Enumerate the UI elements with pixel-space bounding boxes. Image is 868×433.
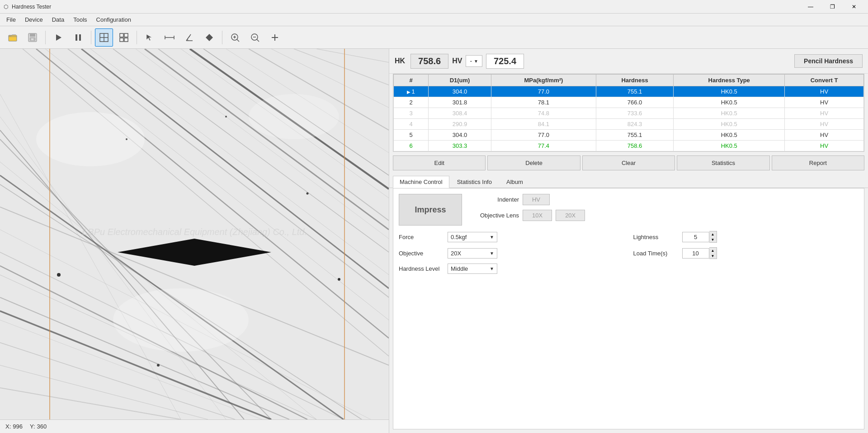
measure-h-button[interactable]: [160, 28, 179, 47]
tabs-bar: Machine Control Statistics Info Album: [389, 174, 868, 188]
cell-id: 3: [394, 108, 429, 119]
separator-4: [222, 31, 222, 44]
objective-lens-label: Objective Lens: [478, 212, 519, 219]
report-button[interactable]: Report: [772, 155, 864, 170]
objective-dropdown[interactable]: 20X ▼: [448, 248, 497, 259]
pause-button[interactable]: [69, 28, 87, 47]
impress-area: Impress Indenter HV Objective Lens 10X 2…: [399, 194, 859, 226]
tab-machine-control[interactable]: Machine Control: [393, 176, 449, 188]
zoom-out-button[interactable]: [246, 28, 264, 47]
load-time-up-button[interactable]: ▲: [709, 248, 717, 253]
clear-button[interactable]: Clear: [582, 155, 675, 170]
svg-point-69: [36, 112, 145, 166]
cursor-button[interactable]: [141, 28, 159, 47]
load-time-input[interactable]: [682, 248, 709, 259]
table-row[interactable]: 4 290.9 84.1 824.3 HK0.5 HV: [394, 119, 864, 130]
table-row[interactable]: 3 308.4 74.8 733.6 HK0.5 HV: [394, 108, 864, 119]
lightness-input[interactable]: [682, 232, 709, 242]
svg-point-74: [338, 278, 340, 281]
save-button[interactable]: [24, 28, 42, 47]
open-button[interactable]: [4, 28, 22, 47]
svg-rect-12: [124, 33, 128, 37]
right-panel: HK 758.6 HV - ▼ 725.4 Pencil Hardness # …: [389, 49, 868, 433]
app-icon: ⬡: [4, 4, 8, 10]
tab-album[interactable]: Album: [500, 176, 530, 188]
table-row[interactable]: 2 301.8 78.1 766.0 HK0.5 HV: [394, 97, 864, 108]
svg-marker-15: [146, 34, 152, 41]
cell-id: 2: [394, 97, 429, 108]
svg-rect-7: [79, 34, 81, 41]
zoom-add-button[interactable]: [266, 28, 284, 47]
cell-mpa: 78.1: [491, 97, 596, 108]
force-dropdown[interactable]: 0.5kgf ▼: [448, 232, 497, 242]
svg-point-73: [57, 273, 61, 277]
measure-angle-button[interactable]: [180, 28, 198, 47]
table-row[interactable]: 6 303.3 77.4 758.6 HK0.5 HV: [394, 141, 864, 151]
cell-d1: 290.9: [429, 119, 491, 130]
hv-dropdown[interactable]: - ▼: [466, 55, 482, 67]
impress-button[interactable]: Impress: [399, 194, 462, 226]
cell-mpa: 84.1: [491, 119, 596, 130]
play-button[interactable]: [49, 28, 67, 47]
svg-rect-14: [124, 38, 128, 42]
lightness-down-button[interactable]: ▼: [709, 237, 717, 242]
pencil-hardness-button[interactable]: Pencil Hardness: [794, 54, 863, 68]
zoom-in-button[interactable]: [226, 28, 244, 47]
svg-marker-5: [56, 34, 61, 41]
menu-data[interactable]: Data: [47, 14, 69, 26]
svg-point-71: [113, 288, 249, 352]
menu-tools[interactable]: Tools: [69, 14, 91, 26]
cell-convert-t: HV: [785, 108, 864, 119]
restore-button[interactable]: ❐: [822, 0, 843, 14]
select-cross-button[interactable]: [95, 28, 113, 47]
lens-20x-button[interactable]: 20X: [556, 210, 585, 221]
svg-point-75: [126, 138, 127, 140]
lens-10x-button[interactable]: 10X: [523, 210, 552, 221]
load-time-spinner: ▲ ▼: [682, 247, 717, 259]
col-header-d1: D1(um): [429, 75, 491, 86]
delete-button[interactable]: Delete: [487, 155, 580, 170]
menu-file[interactable]: File: [2, 14, 20, 26]
col-header-convert: Convert T: [785, 75, 864, 86]
cell-hardness-type: HK0.5: [674, 86, 785, 97]
load-time-down-button[interactable]: ▼: [709, 253, 717, 259]
data-table-container[interactable]: # D1(um) MPa(kgf/mm²) Hardness Hardness …: [393, 74, 864, 152]
separator-2: [91, 31, 91, 44]
image-canvas[interactable]: EBPu Electromechanical Equipment (Zhejia…: [0, 49, 389, 419]
hardness-level-dropdown[interactable]: Middle ▼: [448, 264, 497, 274]
hardness-level-row: Hardness Level Middle ▼: [399, 264, 624, 274]
y-value: 360: [37, 423, 47, 430]
menu-configuration[interactable]: Configuration: [92, 14, 136, 26]
svg-point-77: [225, 116, 227, 118]
menu-bar: File Device Data Tools Configuration: [0, 14, 868, 26]
table-row[interactable]: ▶1 304.0 77.0 755.1 HK0.5 HV: [394, 86, 864, 97]
svg-rect-13: [120, 38, 123, 42]
cell-mpa: 74.8: [491, 108, 596, 119]
settings-grid: Force 0.5kgf ▼ Lightness ▲ ▼: [399, 231, 859, 274]
svg-point-76: [307, 193, 309, 195]
diamond-button[interactable]: [200, 28, 218, 47]
cell-id: 5: [394, 130, 429, 141]
cell-convert-t: HV: [785, 141, 864, 151]
cell-hardness: 766.0: [596, 97, 674, 108]
svg-point-78: [157, 364, 160, 367]
lightness-up-button[interactable]: ▲: [709, 231, 717, 237]
hv-value: 725.4: [486, 54, 524, 69]
svg-rect-4: [31, 38, 33, 40]
cell-convert-t: HV: [785, 86, 864, 97]
toolbar: [0, 26, 868, 49]
measurement-header: HK 758.6 HV - ▼ 725.4 Pencil Hardness: [389, 49, 868, 74]
menu-device[interactable]: Device: [20, 14, 47, 26]
lightness-row: Lightness ▲ ▼: [633, 231, 859, 243]
grid-button[interactable]: [115, 28, 133, 47]
indenter-value: HV: [523, 194, 550, 205]
cell-hardness: 758.6: [596, 141, 674, 151]
minimize-button[interactable]: —: [800, 0, 821, 14]
table-row[interactable]: 5 304.0 77.0 755.1 HK0.5 HV: [394, 130, 864, 141]
edit-button[interactable]: Edit: [393, 155, 486, 170]
objective-lens-row: Objective Lens 10X 20X: [478, 210, 585, 221]
statistics-button[interactable]: Statistics: [677, 155, 769, 170]
tab-statistics-info[interactable]: Statistics Info: [450, 176, 499, 188]
close-button[interactable]: ✕: [844, 0, 864, 14]
cell-convert-t: HV: [785, 130, 864, 141]
